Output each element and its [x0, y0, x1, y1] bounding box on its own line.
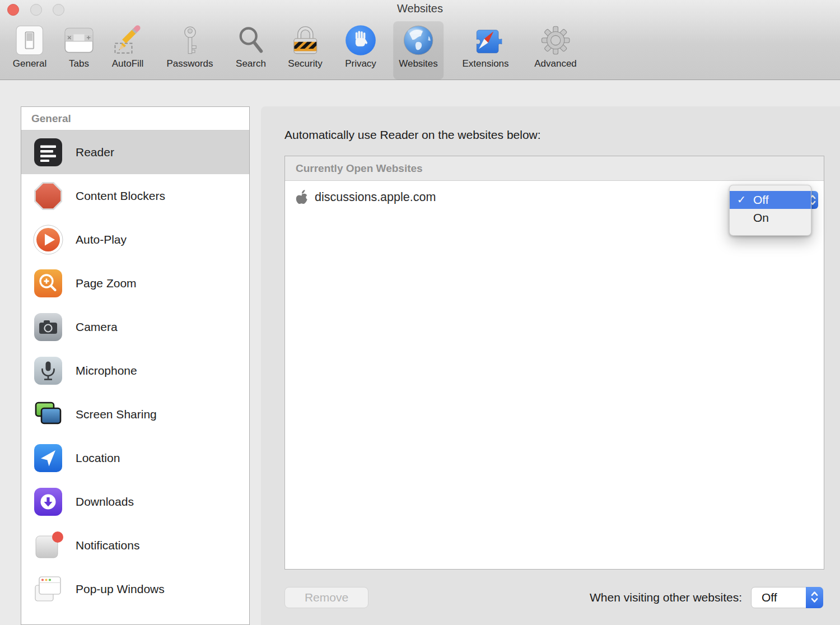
download-circle-icon [33, 487, 63, 517]
sidebar-item-camera[interactable]: Camera [21, 305, 249, 349]
play-circle-icon [33, 225, 63, 255]
remove-button[interactable]: Remove [284, 587, 368, 608]
toolbar-item-tabs[interactable]: Tabs [57, 21, 101, 80]
pencil-icon [111, 24, 144, 57]
toolbar-item-extensions[interactable]: Extensions [456, 21, 514, 80]
toolbar-item-label: General [13, 58, 46, 69]
menu-item-label: On [753, 211, 769, 224]
toolbar-item-label: Security [288, 58, 322, 69]
sidebar-item-label: Screen Sharing [76, 408, 157, 421]
hand-circle-icon [344, 24, 377, 57]
toolbar-item-label: Websites [399, 58, 438, 69]
sidebar-item-notifications[interactable]: Notifications [21, 524, 249, 567]
sidebar-section-header: General [21, 107, 249, 130]
sidebar-item-label: Notifications [76, 539, 139, 552]
toolbar-item-label: Privacy [345, 58, 376, 69]
sidebar-item-label: Pop-up Windows [76, 582, 165, 596]
stop-octagon-icon [33, 181, 63, 211]
popup-value: Off [762, 587, 777, 608]
window-title: Websites [0, 2, 840, 15]
overlapping-screens-icon [33, 399, 63, 430]
sidebar-item-label: Microphone [76, 364, 137, 377]
stacked-windows-icon [33, 574, 63, 604]
sidebar-item-content-blockers[interactable]: Content Blockers [21, 174, 249, 218]
sidebar-item-label: Camera [76, 320, 118, 334]
badge-square-icon [33, 530, 63, 561]
reader-lines-icon [33, 137, 63, 167]
gear-icon [539, 24, 572, 57]
magnifier-icon [235, 24, 267, 57]
when-visiting-label: When visiting other websites: [590, 587, 742, 608]
toolbar-item-security[interactable]: Security [282, 21, 328, 80]
menu-item-off[interactable]: ✓ Off [730, 191, 811, 209]
sidebar-item-page-zoom[interactable]: Page Zoom [21, 262, 249, 305]
light-switch-icon [13, 24, 46, 57]
sidebar-item-reader[interactable]: Reader [21, 130, 249, 174]
sidebar-item-auto-play[interactable]: Auto-Play [21, 218, 249, 262]
site-name: discussions.apple.com [315, 190, 436, 204]
sidebar-item-location[interactable]: Location [21, 436, 249, 480]
sidebar-item-label: Location [76, 451, 120, 465]
toolbar-item-label: Tabs [69, 58, 89, 69]
sidebar-item-label: Auto-Play [76, 233, 127, 246]
when-visiting-popup-button[interactable]: Off [751, 587, 823, 608]
microphone-icon [33, 356, 63, 386]
puzzle-compass-icon [469, 24, 502, 57]
sidebar-item-downloads[interactable]: Downloads [21, 480, 249, 524]
globe-icon [402, 24, 435, 57]
toolbar-item-advanced[interactable]: Advanced [529, 21, 582, 80]
toolbar-item-search[interactable]: Search [229, 21, 273, 80]
toolbar-item-passwords[interactable]: Passwords [161, 21, 218, 80]
reader-setting-menu: ✓ Off On [729, 185, 811, 236]
menu-item-label: Off [753, 193, 769, 206]
camera-icon [33, 312, 63, 342]
toolbar-item-label: Advanced [534, 58, 577, 69]
sidebar: General Reader [21, 106, 250, 625]
toolbar-item-label: AutoFill [112, 58, 144, 69]
table-section-header: Currently Open Websites [285, 156, 824, 181]
sidebar-item-label: Reader [76, 146, 114, 159]
magnifier-plus-icon [33, 268, 63, 298]
toolbar-item-label: Passwords [166, 58, 213, 69]
reader-instruction-label: Automatically use Reader on the websites… [284, 128, 541, 142]
window-header: Websites General [0, 0, 840, 80]
sidebar-item-label: Content Blockers [76, 189, 165, 203]
toolbar-item-privacy[interactable]: Privacy [339, 21, 382, 80]
toolbar-item-label: Search [236, 58, 266, 69]
sidebar-item-pop-up-windows[interactable]: Pop-up Windows [21, 567, 249, 611]
sidebar-item-microphone[interactable]: Microphone [21, 349, 249, 393]
sidebar-item-label: Page Zoom [76, 277, 137, 290]
key-icon [174, 24, 206, 57]
toolbar-item-websites[interactable]: Websites [393, 21, 444, 80]
chevron-up-down-icon [806, 587, 823, 608]
toolbar-item-label: Extensions [462, 58, 508, 69]
toolbar-item-autofill[interactable]: AutoFill [106, 21, 150, 80]
sidebar-item-label: Downloads [76, 495, 134, 509]
menu-item-on[interactable]: On [730, 209, 811, 227]
apple-logo-icon [296, 190, 308, 204]
navigation-arrow-icon [33, 443, 63, 473]
toolbar-item-general[interactable]: General [7, 21, 52, 80]
checkmark-icon: ✓ [737, 191, 746, 209]
padlock-icon [289, 24, 321, 57]
tabs-window-icon [63, 24, 95, 57]
safari-preferences-window: Websites General [0, 0, 840, 625]
sidebar-item-screen-sharing[interactable]: Screen Sharing [21, 393, 249, 436]
